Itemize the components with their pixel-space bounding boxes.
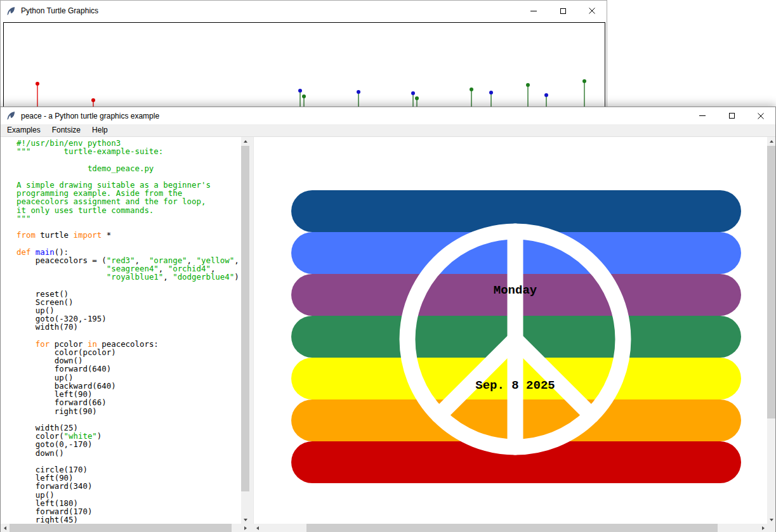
plant: [91, 98, 95, 107]
arrow-right-icon: [762, 526, 765, 530]
arrow-up-icon: [770, 140, 773, 143]
menu-item-fontsize[interactable]: Fontsize: [46, 124, 86, 136]
code-vertical-scrollbar-thumb[interactable]: [241, 146, 249, 491]
code-line: down(): [16, 449, 239, 457]
scroll-left-button[interactable]: [1, 524, 9, 532]
plant: [36, 82, 39, 107]
scroll-up-button[interactable]: [241, 137, 249, 145]
plant: [357, 90, 360, 107]
close-icon: [758, 113, 764, 119]
code-line: tdemo_peace.py: [16, 164, 239, 172]
code-line: from turtle import *: [16, 231, 239, 239]
maximize-icon: [729, 113, 735, 119]
plant: [302, 94, 306, 107]
bg-minimize-button[interactable]: [519, 1, 548, 21]
plant: [470, 88, 473, 107]
code-horizontal-scrollbar-thumb[interactable]: [10, 524, 232, 532]
bg-turtle-canvas: [3, 22, 605, 107]
canvas-vertical-scrollbar-thumb[interactable]: [767, 146, 775, 418]
scroll-up-button[interactable]: [767, 137, 775, 145]
code-line: right(90): [16, 407, 239, 415]
canvas-text-monday: Monday: [494, 283, 537, 297]
menu-bar: ExamplesFontsizeHelp: [1, 124, 775, 137]
code-line: """ turtle-example-suite:: [16, 147, 239, 155]
turtle-canvas: MondaySep. 8 2025: [253, 137, 767, 524]
plant: [298, 89, 302, 107]
scroll-right-button[interactable]: [241, 524, 249, 532]
fg-titlebar[interactable]: peace - a Python turtle graphics example: [1, 107, 775, 124]
canvas-horizontal-scrollbar-thumb[interactable]: [306, 524, 718, 532]
turtle-plants: [4, 23, 605, 107]
scroll-down-button[interactable]: [767, 516, 775, 524]
arrow-down-icon: [770, 519, 773, 521]
code-horizontal-scrollbar[interactable]: [1, 524, 249, 532]
minimize-icon: [699, 115, 706, 116]
menu-item-examples[interactable]: Examples: [1, 124, 46, 136]
arrow-left-icon: [4, 526, 6, 530]
plant: [582, 79, 586, 107]
bg-close-button[interactable]: [577, 1, 607, 21]
canvas-vertical-scrollbar[interactable]: [767, 137, 775, 524]
plant: [544, 93, 548, 107]
scroll-right-button[interactable]: [759, 524, 767, 532]
canvas-text-date: Sep. 8 2025: [475, 379, 555, 393]
code-line: it only uses turtle commands.: [16, 206, 239, 214]
maximize-icon: [560, 8, 566, 14]
plant: [489, 91, 493, 107]
plant: [415, 96, 419, 107]
fg-window-title: peace - a Python turtle graphics example: [21, 112, 159, 120]
arrow-up-icon: [244, 140, 247, 143]
code-line: right(45): [16, 516, 239, 524]
window-peace-example: peace - a Python turtle graphics example…: [0, 107, 776, 532]
fg-minimize-button[interactable]: [688, 107, 717, 124]
code-editor[interactable]: #!/usr/bin/env python3""" turtle-example…: [1, 137, 241, 524]
code-line: "royalblue1", "dodgerblue4"): [16, 273, 239, 281]
scroll-left-button[interactable]: [253, 524, 261, 532]
app-icon: [6, 6, 16, 16]
arrow-left-icon: [256, 526, 259, 530]
bg-titlebar[interactable]: Python Turtle Graphics: [1, 1, 607, 21]
app-icon: [6, 111, 16, 120]
arrow-down-icon: [244, 519, 247, 521]
code-text: #!/usr/bin/env python3""" turtle-example…: [16, 139, 239, 524]
window-python-turtle-graphics: Python Turtle Graphics: [0, 0, 607, 107]
close-icon: [589, 8, 595, 14]
fg-maximize-button[interactable]: [717, 107, 746, 124]
canvas-horizontal-scrollbar[interactable]: [253, 524, 767, 532]
code-vertical-scrollbar[interactable]: [241, 137, 249, 524]
arrow-right-icon: [244, 526, 247, 530]
plant: [526, 83, 530, 107]
peace-drawing: MondaySep. 8 2025: [254, 137, 767, 524]
code-line: """: [16, 214, 239, 223]
menu-item-help[interactable]: Help: [86, 124, 114, 136]
bg-window-title: Python Turtle Graphics: [21, 6, 98, 15]
scroll-down-button[interactable]: [241, 516, 249, 524]
bg-maximize-button[interactable]: [548, 1, 577, 21]
fg-close-button[interactable]: [746, 107, 775, 124]
code-line: width(70): [16, 323, 239, 331]
minimize-icon: [530, 11, 537, 11]
plant: [411, 91, 415, 107]
scrollbar-corner: [767, 524, 775, 532]
